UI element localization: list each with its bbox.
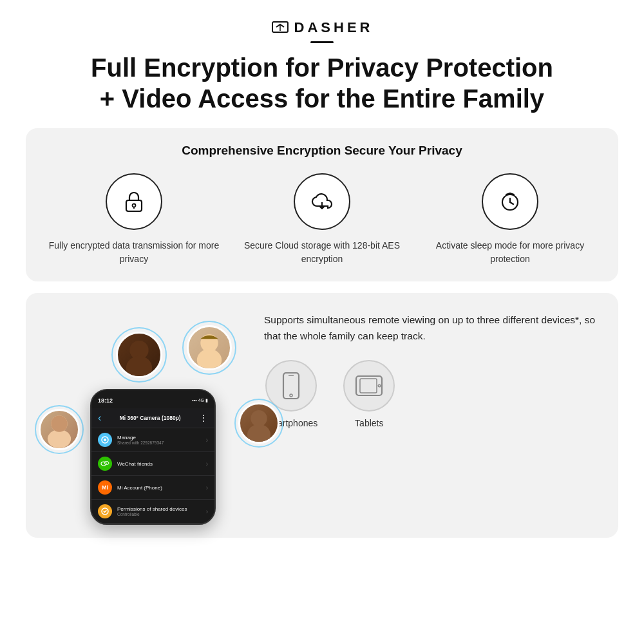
feature-cloud: Secure Cloud storage with 128-bit AES en… [234,173,410,266]
mi-icon: Mi [98,480,112,495]
manage-text: Manage Shared with 2292879347 [117,435,201,445]
phone-menu-wechat: WeChat friends › [91,452,214,476]
svg-rect-22 [283,373,299,399]
family-description: Supports simultaneous remote viewing on … [264,312,605,345]
svg-point-18 [104,439,106,441]
feature-lock: Fully encrypted data transmission for mo… [46,173,222,266]
cloud-icon-circle [294,173,350,230]
logo-area: DASHER [271,19,374,43]
avatar-1 [39,409,80,450]
avatar-4-face [240,402,278,444]
page: DASHER Full Encryption for Privacy Prote… [0,0,644,644]
tablet-icon [355,374,383,398]
tablet-icon-circle [343,360,395,412]
manage-icon [98,433,112,447]
clock-icon [497,188,524,215]
svg-rect-1 [126,200,142,211]
svg-point-16 [247,424,270,444]
svg-rect-27 [360,379,377,393]
svg-point-9 [48,430,71,448]
phone-status-bar: 18:12 ▪▪▪ 4G ▮ [91,390,214,408]
phone-section: 18:12 ▪▪▪ 4G ▮ ‹ Mi 360° Camera (1080p) … [32,306,251,525]
svg-point-2 [133,204,136,207]
avatar-2-face [118,332,160,378]
permissions-text: Permissions of shared devices Controllab… [117,506,201,516]
features-row: Fully encrypted data transmission for mo… [46,173,598,266]
dasher-logo-icon [271,21,289,35]
wechat-icon [98,457,112,471]
permissions-icon [98,504,112,518]
feature-cloud-text: Secure Cloud storage with 128-bit AES en… [234,239,410,266]
logo-divider [310,41,334,43]
smartphone-icon [279,372,303,400]
lock-icon [120,188,147,215]
svg-point-12 [126,356,152,378]
avatar-3 [187,325,232,370]
cloud-icon [308,188,336,215]
svg-point-14 [197,349,222,370]
avatar-1-face [41,409,78,450]
phone-menu-button[interactable]: ⋮ [199,413,208,423]
phone-mockup: 18:12 ▪▪▪ 4G ▮ ‹ Mi 360° Camera (1080p) … [90,389,216,525]
avatar-4 [238,402,279,444]
svg-line-7 [510,202,513,204]
phone-menu-manage: Manage Shared with 2292879347 › [91,428,214,452]
feature-lock-text: Fully encrypted data transmission for mo… [46,239,222,266]
encryption-card-title: Comprehensive Encryption Secure Your Pri… [46,144,598,158]
device-row: Smartphones Tablets [264,360,605,428]
avatar-2 [116,332,162,378]
lock-icon-circle [106,173,162,230]
phone-app-title: Mi 360° Camera (1080p) [120,415,181,421]
phone-menu-permissions: Permissions of shared devices Controllab… [91,500,214,524]
right-section: Supports simultaneous remote viewing on … [251,306,605,428]
feature-clock-text: Activate sleep mode for more privacy pro… [422,239,598,266]
phone-signal: ▪▪▪ 4G ▮ [192,398,208,403]
encryption-card: Comprehensive Encryption Secure Your Pri… [26,128,618,281]
avatar-3-face [189,325,230,370]
logo-row: DASHER [271,19,374,36]
family-card: 18:12 ▪▪▪ 4G ▮ ‹ Mi 360° Camera (1080p) … [26,293,618,538]
svg-point-15 [251,410,267,426]
phone-app-header: ‹ Mi 360° Camera (1080p) ⋮ [91,408,214,428]
wechat-text: WeChat friends [117,461,201,467]
svg-point-23 [290,394,292,397]
phone-back-button[interactable]: ‹ [98,412,101,424]
mi-text: Mi Account (Phone) [117,485,201,491]
main-title: Full Encryption for Privacy Protection +… [91,52,553,114]
tablet-label: Tablets [355,418,383,428]
phone-menu-mi: Mi Mi Account (Phone) › [91,476,214,500]
svg-point-26 [378,384,381,387]
feature-clock: Activate sleep mode for more privacy pro… [422,173,598,266]
phone-time: 18:12 [98,397,113,404]
device-tablet: Tablets [343,360,395,428]
clock-icon-circle [482,173,538,230]
svg-point-19 [101,462,106,466]
logo-text: DASHER [294,19,374,36]
